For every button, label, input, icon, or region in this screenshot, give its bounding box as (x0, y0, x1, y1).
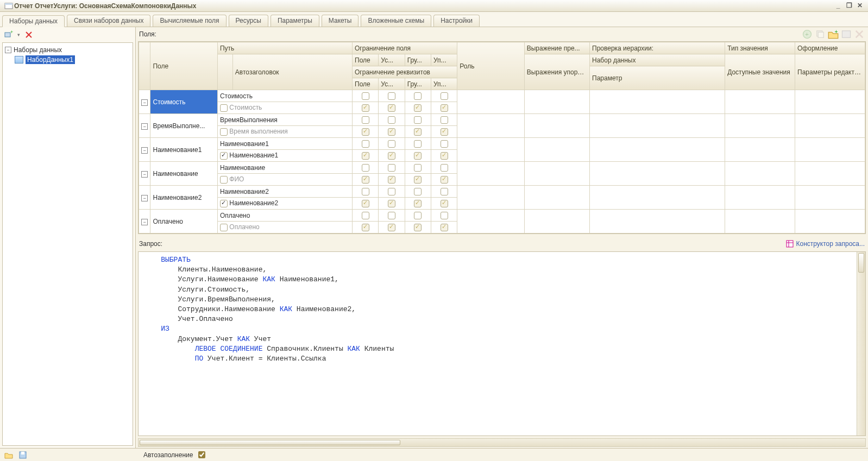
query-vscroll[interactable] (857, 252, 865, 435)
query-constructor-button[interactable]: Конструктор запроса... (785, 239, 865, 248)
col-dataset[interactable]: Набор данных (590, 54, 725, 66)
tree-root[interactable]: − Наборы данных (5, 45, 130, 55)
limit-checkbox[interactable] (388, 212, 395, 219)
autotitle-checkbox[interactable] (220, 152, 228, 160)
req-checkbox[interactable] (414, 128, 422, 136)
cell-path[interactable]: ВремяВыполнения (217, 114, 352, 126)
col-expr[interactable]: Выражение пре... (524, 42, 589, 54)
tree-item-dataset1[interactable]: НаборДанных1 (15, 55, 130, 65)
limit-checkbox[interactable] (414, 188, 422, 195)
cell-autotitle[interactable]: Время выполнения (217, 126, 352, 138)
limit-checkbox[interactable] (441, 116, 448, 124)
limit-checkbox[interactable] (441, 164, 448, 172)
col-avail[interactable]: Доступные значения (725, 54, 795, 90)
cell-field[interactable]: Наименование1 (150, 138, 217, 162)
table-field-button[interactable] (841, 29, 852, 40)
table-row[interactable]: −Наименование2Наименование2 (139, 186, 865, 198)
cell-path[interactable]: Стоимость (217, 90, 352, 102)
col-field[interactable]: Поле (150, 42, 217, 90)
req-checkbox[interactable] (388, 200, 395, 207)
minimize-button[interactable]: _ (833, 2, 843, 10)
col-chk-group1[interactable]: Гру... (405, 54, 431, 66)
cell-field[interactable]: Наименование (150, 162, 217, 186)
query-text[interactable]: ВЫБРАТЬ Клиенты.Наименование, Услуги.Наи… (139, 252, 857, 435)
add-dataset-button[interactable]: + (3, 29, 14, 40)
limit-checkbox[interactable] (441, 92, 448, 100)
req-checkbox[interactable] (441, 152, 448, 160)
limit-checkbox[interactable] (388, 116, 395, 124)
cell-path[interactable]: Наименование (217, 162, 352, 174)
req-checkbox[interactable] (414, 104, 422, 112)
req-checkbox[interactable] (388, 176, 395, 184)
limit-checkbox[interactable] (388, 188, 395, 195)
add-folder-button[interactable]: + (828, 29, 839, 40)
req-checkbox[interactable] (388, 128, 395, 136)
limit-checkbox[interactable] (414, 164, 422, 172)
col-chk-group2[interactable]: Гру... (405, 78, 431, 90)
col-chk-order2[interactable]: Уп... (431, 78, 457, 90)
limit-checkbox[interactable] (362, 116, 369, 124)
limit-checkbox[interactable] (414, 140, 422, 148)
req-checkbox[interactable] (414, 176, 422, 184)
col-param[interactable]: Параметр (590, 66, 725, 90)
tab-nested[interactable]: Вложенные схемы (361, 15, 431, 27)
req-checkbox[interactable] (414, 200, 422, 207)
req-checkbox[interactable] (362, 224, 369, 231)
cell-field[interactable]: ВремяВыполне... (150, 114, 217, 138)
copy-field-button[interactable] (815, 29, 826, 40)
save-button[interactable] (17, 450, 28, 460)
limit-checkbox[interactable] (362, 212, 369, 219)
cell-field[interactable]: Оплачено (150, 210, 217, 233)
table-row[interactable]: −Наименование1Наименование1 (139, 138, 865, 150)
remove-field-button[interactable] (854, 29, 865, 40)
tab-params[interactable]: Параметры (271, 15, 319, 27)
col-edit-params[interactable]: Параметры редактирования (795, 54, 865, 90)
limit-checkbox[interactable] (414, 92, 422, 100)
cell-path[interactable]: Наименование1 (217, 138, 352, 150)
autofill-checkbox[interactable] (198, 451, 205, 458)
tab-calc-fields[interactable]: Вычисляемые поля (153, 15, 226, 27)
limit-checkbox[interactable] (414, 212, 422, 219)
col-chk-order1[interactable]: Уп... (431, 54, 457, 66)
req-checkbox[interactable] (362, 104, 369, 112)
cell-autotitle[interactable]: Стоимость (217, 102, 352, 114)
query-hscroll[interactable] (138, 438, 866, 447)
col-path[interactable]: Путь (217, 42, 352, 54)
limit-checkbox[interactable] (388, 140, 395, 148)
autotitle-checkbox[interactable] (220, 224, 228, 231)
collapse-icon[interactable]: − (5, 47, 11, 53)
row-collapse-icon[interactable]: − (141, 171, 148, 178)
cell-autotitle[interactable]: ФИО (217, 174, 352, 186)
col-autotitle[interactable]: Автозаголовок (232, 54, 352, 90)
limit-checkbox[interactable] (441, 140, 448, 148)
cell-autotitle[interactable]: Наименование1 (217, 150, 352, 162)
limit-checkbox[interactable] (441, 212, 448, 219)
limit-checkbox[interactable] (362, 140, 369, 148)
delete-dataset-button[interactable] (23, 29, 34, 40)
col-hierarchy[interactable]: Проверка иерархии: (590, 42, 725, 54)
table-row[interactable]: −СтоимостьСтоимость (139, 90, 865, 102)
tab-datasets[interactable]: Наборы данных (2, 15, 65, 27)
col-chk-cond2[interactable]: Ус... (379, 78, 405, 90)
req-checkbox[interactable] (362, 152, 369, 160)
limit-checkbox[interactable] (362, 188, 369, 195)
row-collapse-icon[interactable]: − (141, 195, 148, 201)
req-checkbox[interactable] (362, 128, 369, 136)
col-type[interactable]: Тип значения (725, 42, 795, 54)
row-collapse-icon[interactable]: − (141, 147, 148, 154)
col-chk-field2[interactable]: Поле (353, 78, 379, 90)
close-button[interactable]: ✕ (855, 2, 865, 10)
req-checkbox[interactable] (441, 224, 448, 231)
cell-path[interactable]: Оплачено (217, 210, 352, 222)
table-row[interactable]: −ВремяВыполне...ВремяВыполнения (139, 114, 865, 126)
col-chk-field1[interactable]: Поле (353, 54, 379, 66)
req-checkbox[interactable] (441, 176, 448, 184)
req-checkbox[interactable] (388, 224, 395, 231)
open-folder-button[interactable] (3, 450, 14, 460)
limit-checkbox[interactable] (362, 164, 369, 172)
table-row[interactable]: −НаименованиеНаименование (139, 162, 865, 174)
tab-resources[interactable]: Ресурсы (229, 15, 268, 27)
req-checkbox[interactable] (414, 224, 422, 231)
datasets-tree[interactable]: − Наборы данных НаборДанных1 (2, 42, 133, 446)
limit-checkbox[interactable] (362, 92, 369, 100)
